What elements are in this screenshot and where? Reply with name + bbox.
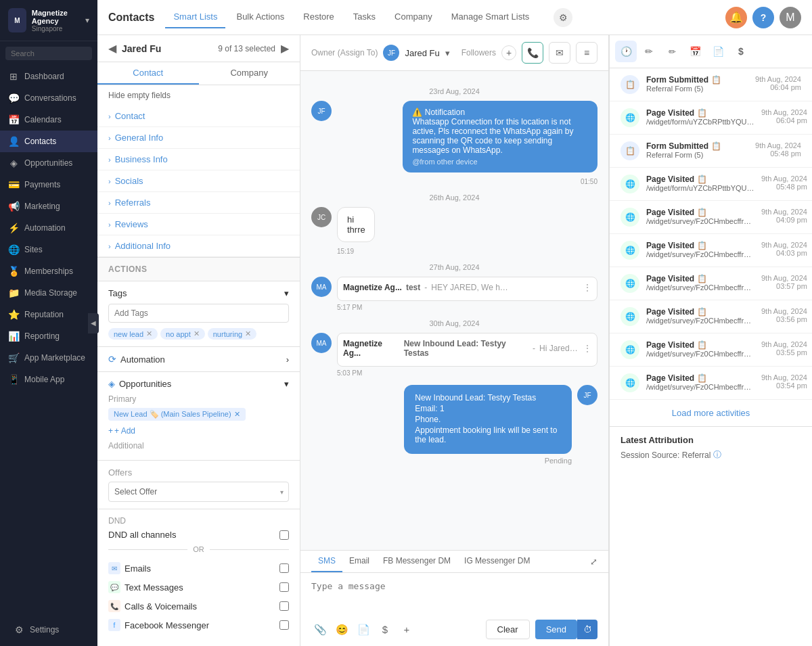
call-button[interactable]: 📞: [522, 42, 543, 64]
chat-tab-fb-messenger[interactable]: FB Messenger DM: [376, 551, 457, 572]
chat-actions: Clear Send ⏱: [486, 620, 597, 639]
sidebar-item-conversations[interactable]: 💬 Conversations: [0, 87, 97, 109]
sidebar-item-payments[interactable]: 💳 Payments: [0, 174, 97, 195]
tab-tasks[interactable]: Tasks: [345, 6, 384, 28]
tab-bulk-actions[interactable]: Bulk Actions: [228, 6, 292, 28]
dnd-text-messages-checkbox[interactable]: [279, 582, 289, 592]
more-tools-icon[interactable]: +: [398, 621, 415, 639]
sidebar-item-dashboard[interactable]: ⊞ Dashboard: [0, 66, 97, 87]
activity-tab-payment[interactable]: $: [730, 41, 752, 62]
payment-icon[interactable]: $: [376, 621, 394, 639]
section-referrals[interactable]: › Referrals: [97, 192, 300, 214]
tab-contact[interactable]: Contact: [97, 62, 199, 85]
send-caret-button[interactable]: ⏱: [577, 620, 597, 639]
activity-tab-file[interactable]: 📄: [707, 41, 729, 62]
user-avatar-icon[interactable]: M: [780, 7, 801, 28]
section-socials[interactable]: › Socials: [97, 170, 300, 192]
activity-content-page-7: Page Visited 📋 /widget/survey/Fz0CHmbecf…: [646, 340, 754, 359]
section-contact[interactable]: › Contact: [97, 106, 300, 127]
tab-manage-smart-lists[interactable]: Manage Smart Lists: [443, 6, 538, 28]
load-more-button[interactable]: Load more activities: [610, 400, 812, 426]
section-additional-info[interactable]: › Additional Info: [97, 235, 300, 257]
agency-dropdown-icon[interactable]: ▾: [85, 16, 89, 25]
owner-dropdown-icon[interactable]: ▾: [445, 48, 450, 58]
sidebar-item-marketing[interactable]: 📢 Marketing: [0, 195, 97, 217]
offers-select[interactable]: Select Offer: [108, 482, 289, 502]
dnd-all-label: DND all channels: [108, 530, 176, 540]
section-business-info[interactable]: › Business Info: [97, 149, 300, 170]
sidebar-item-automation[interactable]: ⚡ Automation: [0, 217, 97, 239]
tab-restore[interactable]: Restore: [295, 6, 342, 28]
activity-tab-note[interactable]: ✏: [638, 41, 660, 62]
hide-empty-toggle[interactable]: Hide empty fields: [97, 85, 300, 106]
dnd-calls-checkbox[interactable]: [279, 601, 289, 611]
tab-company[interactable]: Company: [386, 6, 441, 28]
remove-pipeline-icon[interactable]: ✕: [234, 410, 240, 419]
next-contact-button[interactable]: ▶: [281, 42, 289, 55]
sidebar-item-media-storage[interactable]: 📁 Media Storage: [0, 282, 97, 304]
conversations-icon: 💬: [8, 93, 19, 103]
section-reviews[interactable]: › Reviews: [97, 214, 300, 235]
send-button[interactable]: Send: [535, 620, 577, 639]
chat-tab-sms[interactable]: SMS: [311, 551, 342, 572]
notification-icon[interactable]: 🔔: [725, 7, 747, 28]
add-follower-button[interactable]: +: [501, 45, 516, 60]
chat-tab-ig-messenger[interactable]: IG Messenger DM: [457, 551, 537, 572]
more-options-button[interactable]: ⋮: [583, 283, 591, 292]
time-form-1: 06:04 pm: [755, 83, 801, 91]
dnd-all-checkbox[interactable]: [279, 530, 289, 540]
sidebar-item-sites[interactable]: 🌐 Sites: [0, 239, 97, 260]
help-icon[interactable]: ?: [752, 7, 774, 28]
sidebar-item-reporting[interactable]: 📊 Reporting: [0, 325, 97, 347]
attachment-icon[interactable]: 📎: [311, 621, 329, 639]
remove-tag-new-lead[interactable]: ✕: [146, 329, 152, 338]
emoji-icon[interactable]: 😊: [333, 621, 351, 639]
sidebar-item-opportunities[interactable]: ◈ Opportunities: [0, 152, 97, 174]
sidebar-item-contacts[interactable]: 👤 Contacts: [0, 131, 97, 152]
chevron-icon: ›: [108, 242, 111, 250]
sidebar-collapse-btn[interactable]: ◀: [88, 313, 99, 333]
tags-input[interactable]: [108, 304, 289, 323]
clear-button[interactable]: Clear: [486, 620, 530, 639]
remove-tag-nurturing[interactable]: ✕: [245, 329, 251, 338]
sidebar-item-calendars[interactable]: 📅 Calendars: [0, 109, 97, 131]
sidebar-item-memberships[interactable]: 🏅 Memberships: [0, 260, 97, 282]
topbar-settings-icon[interactable]: ⚙: [554, 8, 572, 27]
activity-tab-calendar[interactable]: 📅: [684, 41, 706, 62]
chat-tab-email[interactable]: Email: [342, 551, 376, 572]
inbound-lead-avatar: JF: [577, 385, 597, 405]
additional-label: Additional: [108, 441, 289, 451]
msg-bubble-hi-thrre: hi thrre: [337, 207, 375, 242]
sidebar-item-label: Sites: [24, 245, 43, 254]
dnd-facebook-checkbox[interactable]: [279, 620, 289, 630]
menu-button[interactable]: ≡: [576, 42, 597, 64]
thread-preview[interactable]: Magnetize Ag... test - HEY JARED, We hav…: [337, 277, 597, 301]
email-button[interactable]: ✉: [549, 42, 570, 64]
activity-tab-edit[interactable]: ✏: [661, 41, 683, 62]
dnd-emails-checkbox[interactable]: [279, 563, 289, 573]
prev-contact-button[interactable]: ◀: [108, 42, 116, 55]
sidebar-item-reputation[interactable]: ⭐ Reputation: [0, 304, 97, 325]
activity-content-page-5: Page Visited 📋 /widget/survey/Fz0CHmbecf…: [646, 274, 754, 293]
message-input[interactable]: [300, 573, 608, 614]
expand-chat-button[interactable]: ⤢: [590, 557, 597, 567]
add-opportunity-button[interactable]: + + Add: [108, 426, 289, 436]
section-general-info[interactable]: › General Info: [97, 127, 300, 149]
tab-company[interactable]: Company: [199, 62, 300, 85]
memberships-icon: 🏅: [8, 266, 19, 277]
inbound-preview[interactable]: Magnetize Ag... New Inbound Lead: Testyy…: [337, 333, 597, 367]
activity-item-page-2: 🌐 Page Visited 📋 /widget/form/uYZCbRPttb…: [610, 168, 812, 201]
contact-count: 9 of 13 selected: [218, 44, 275, 53]
activity-tab-history[interactable]: 🕐: [615, 41, 637, 62]
automation-section[interactable]: ⟳ Automation ›: [97, 347, 300, 372]
template-icon[interactable]: 📄: [355, 621, 372, 639]
sidebar-item-app-marketplace[interactable]: 🛒 App Marketplace: [0, 347, 97, 369]
sidebar-item-settings[interactable]: ⚙ Settings: [5, 619, 92, 641]
activity-item-page-3: 🌐 Page Visited 📋 /widget/survey/Fz0CHmbe…: [610, 201, 812, 234]
app-marketplace-icon: 🛒: [8, 352, 19, 363]
remove-tag-no-appt[interactable]: ✕: [194, 329, 200, 338]
inbound-more-button[interactable]: ⋮: [583, 344, 591, 353]
sidebar-item-mobile-app[interactable]: 📱 Mobile App: [0, 369, 97, 390]
search-input[interactable]: [5, 47, 92, 60]
tab-smart-lists[interactable]: Smart Lists: [165, 6, 225, 28]
